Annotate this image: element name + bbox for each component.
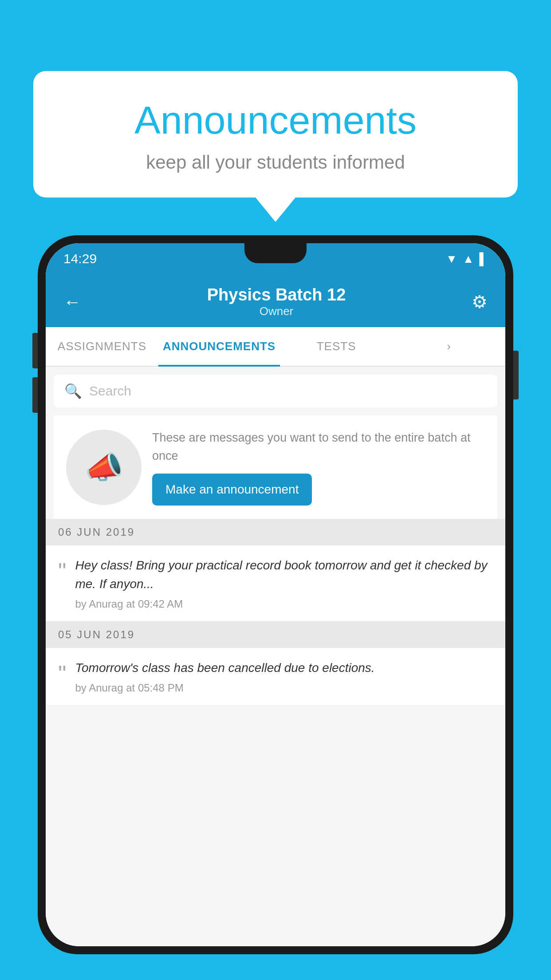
header-center: Physics Batch 12 Owner — [207, 285, 346, 318]
volume-up-button — [32, 333, 38, 368]
header-subtitle: Owner — [207, 304, 346, 318]
quote-icon-1: " — [58, 560, 66, 583]
promo-card: 📣 These are messages you want to send to… — [54, 415, 497, 519]
announcement-meta-1: by Anurag at 09:42 AM — [75, 598, 493, 610]
promo-content: These are messages you want to send to t… — [152, 429, 485, 506]
bubble-arrow — [256, 198, 295, 222]
announcement-content-1: Hey class! Bring your practical record b… — [75, 556, 493, 610]
status-icons: ▼ ▲ ▌ — [446, 252, 488, 266]
date-separator-2: 05 JUN 2019 — [46, 621, 505, 648]
power-button — [513, 351, 519, 399]
status-time: 14:29 — [63, 251, 97, 266]
bubble-subtitle: keep all your students informed — [69, 152, 482, 173]
tab-tests[interactable]: TESTS — [280, 327, 393, 366]
settings-icon[interactable]: ⚙ — [472, 292, 488, 312]
megaphone-icon: 📣 — [85, 449, 123, 486]
promo-text: These are messages you want to send to t… — [152, 429, 485, 465]
quote-icon-2: " — [58, 662, 66, 685]
wifi-icon: ▼ — [446, 252, 457, 266]
speech-bubble: Announcements keep all your students inf… — [33, 71, 518, 198]
speech-bubble-section: Announcements keep all your students inf… — [33, 71, 518, 222]
announcement-item-2[interactable]: " Tomorrow's class has been cancelled du… — [46, 648, 505, 705]
tabs-bar: ASSIGNMENTS ANNOUNCEMENTS TESTS › — [46, 327, 505, 367]
announcement-content-2: Tomorrow's class has been cancelled due … — [75, 659, 493, 694]
make-announcement-button[interactable]: Make an announcement — [152, 474, 312, 506]
date-separator-1: 06 JUN 2019 — [46, 519, 505, 545]
phone-notch — [244, 243, 307, 263]
search-placeholder: Search — [89, 383, 131, 399]
announcement-text-1: Hey class! Bring your practical record b… — [75, 556, 493, 593]
back-button[interactable]: ← — [63, 292, 81, 312]
tab-more[interactable]: › — [393, 327, 505, 366]
announcement-meta-2: by Anurag at 05:48 PM — [75, 682, 493, 694]
promo-icon-circle: 📣 — [66, 430, 142, 505]
battery-icon: ▌ — [480, 252, 488, 266]
announcement-text-2: Tomorrow's class has been cancelled due … — [75, 659, 493, 677]
tab-assignments[interactable]: ASSIGNMENTS — [46, 327, 158, 366]
tab-announcements[interactable]: ANNOUNCEMENTS — [158, 327, 280, 366]
volume-down-button — [32, 377, 38, 413]
header-title: Physics Batch 12 — [207, 285, 346, 304]
bubble-title: Announcements — [69, 98, 482, 143]
app-header: ← Physics Batch 12 Owner ⚙ — [46, 274, 505, 327]
phone-screen: 14:29 ▼ ▲ ▌ ← Physics Batch 12 Owner ⚙ — [46, 243, 505, 946]
content-area: 🔍 Search 📣 These are messages you want t… — [46, 367, 505, 946]
announcement-item-1[interactable]: " Hey class! Bring your practical record… — [46, 545, 505, 621]
search-icon: 🔍 — [64, 383, 82, 399]
phone-wrapper: 14:29 ▼ ▲ ▌ ← Physics Batch 12 Owner ⚙ — [38, 235, 513, 980]
signal-icon: ▲ — [463, 252, 474, 266]
phone-outer: 14:29 ▼ ▲ ▌ ← Physics Batch 12 Owner ⚙ — [38, 235, 513, 954]
search-bar[interactable]: 🔍 Search — [54, 375, 497, 407]
